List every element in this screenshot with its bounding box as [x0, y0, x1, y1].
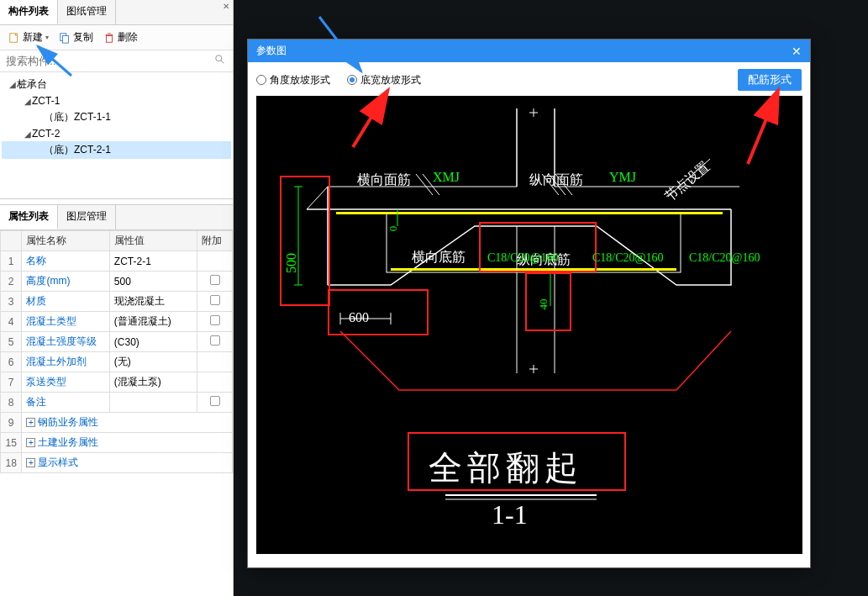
tree-zct1-1[interactable]: （底）ZCT-1-1 [2, 108, 231, 126]
tree-zct2-label: ZCT-2 [32, 128, 60, 140]
prop-header-idx [1, 231, 22, 251]
table-row[interactable]: 4混凝土类型(普通混凝土) [1, 312, 233, 332]
property-tabs: 属性列表 图层管理 [0, 204, 233, 230]
component-tree: ◢桩承台 ◢ZCT-1 （底）ZCT-1-1 ◢ZCT-2 （底）ZCT-2-1 [0, 72, 233, 198]
table-row[interactable]: 3材质现浇混凝土 [1, 292, 233, 312]
radio-icon [256, 75, 266, 85]
dim-40: 40 [537, 299, 550, 310]
search-row [0, 50, 233, 72]
dropdown-icon: ▾ [45, 34, 49, 41]
dim-500: 500 [284, 253, 299, 273]
table-row[interactable]: 18+显示样式 [1, 453, 233, 473]
group-label: 显示样式 [38, 456, 78, 468]
close-panel-icon[interactable]: ✕ [223, 2, 229, 11]
highlight-box [280, 176, 330, 306]
tree-root-label: 桩承台 [17, 77, 47, 92]
tab-component-list[interactable]: 构件列表 [0, 0, 58, 24]
svg-point-6 [216, 55, 222, 61]
left-panel: 构件列表 图纸管理 ✕ 新建 ▾ 复制 删除 [0, 0, 234, 596]
tree-zct2-1-label: （底）ZCT-2-1 [44, 143, 111, 157]
svg-line-15 [416, 174, 433, 195]
dialog-title: 参数图 [256, 44, 287, 58]
expand-icon[interactable]: + [26, 438, 35, 447]
tab-drawing-mgmt[interactable]: 图纸管理 [58, 0, 116, 24]
copy-label: 复制 [73, 30, 93, 45]
label-rebar3: C18/C20@160 [689, 251, 760, 265]
property-section: 属性列表 图层管理 属性名称 属性值 附加 1名称ZCT-2-1 2高度(mm)… [0, 204, 233, 473]
close-icon[interactable]: ✕ [792, 45, 802, 58]
prop-header-name: 属性名称 [22, 231, 109, 251]
radio-label: 角度放坡形式 [270, 73, 330, 87]
dim-600: 600 [349, 310, 369, 325]
highlight-box [328, 289, 429, 335]
table-row[interactable]: 6混凝土外加剂(无) [1, 352, 233, 372]
label-ymj: YMJ [609, 170, 636, 185]
group-label: 钢筋业务属性 [38, 416, 98, 428]
radio-bottom-width-slope[interactable]: 底宽放坡形式 [347, 73, 421, 87]
label-rebar2: C18/C20@160 [592, 251, 663, 265]
tab-layer-mgmt[interactable]: 图层管理 [58, 205, 116, 229]
prop-header-extra: 附加 [197, 231, 233, 251]
delete-label: 删除 [118, 30, 138, 45]
rebar-form-button[interactable]: 配筋形式 [738, 69, 802, 91]
dialog-titlebar[interactable]: 参数图 ✕ [248, 40, 810, 62]
table-row[interactable]: 7泵送类型(混凝土泵) [1, 372, 233, 393]
expand-icon[interactable]: + [26, 458, 35, 467]
svg-rect-21 [336, 212, 723, 214]
component-toolbar: 新建 ▾ 复制 删除 [0, 25, 233, 50]
copy-icon [59, 32, 71, 44]
dialog-body: 角度放坡形式 底宽放坡形式 配筋形式 [248, 62, 810, 567]
prop-header-val: 属性值 [109, 231, 197, 251]
table-row[interactable]: 5混凝土强度等级(C30) [1, 332, 233, 352]
table-row[interactable]: 8备注 [1, 393, 233, 413]
delete-button[interactable]: 删除 [100, 29, 141, 46]
tree-zct1-1-label: （底）ZCT-1-1 [44, 110, 111, 124]
copy-button[interactable]: 复制 [55, 29, 97, 46]
drawing-canvas[interactable]: 横向面筋 XMJ 纵向面筋 YMJ 节点设置 横向底筋 纵向底筋 C18/C20… [256, 96, 802, 554]
search-icon[interactable] [211, 54, 229, 68]
expand-icon[interactable]: + [26, 418, 35, 427]
component-list-section: 构件列表 图纸管理 ✕ 新建 ▾ 复制 删除 [0, 0, 233, 199]
tree-zct2-1[interactable]: （底）ZCT-2-1 [2, 141, 231, 159]
new-label: 新建 [23, 30, 43, 45]
property-table: 属性名称 属性值 附加 1名称ZCT-2-1 2高度(mm)500 3材质现浇混… [0, 230, 233, 473]
tab-property-list[interactable]: 属性列表 [0, 205, 58, 229]
tree-zct1[interactable]: ◢ZCT-1 [2, 93, 231, 108]
table-row[interactable]: 15+土建业务属性 [1, 433, 233, 453]
section-label: 1-1 [492, 499, 528, 530]
tree-zct2[interactable]: ◢ZCT-2 [2, 126, 231, 141]
new-button[interactable]: 新建 ▾ [5, 29, 52, 46]
label-xmj: XMJ [433, 170, 460, 185]
table-row[interactable]: 9+钢筋业务属性 [1, 413, 233, 433]
radio-label: 底宽放坡形式 [360, 73, 421, 87]
new-icon [8, 32, 20, 44]
svg-line-7 [221, 61, 224, 64]
dim-0: 0 [387, 226, 400, 232]
svg-rect-2 [62, 35, 68, 43]
search-input[interactable] [3, 52, 211, 70]
delete-icon [103, 32, 115, 44]
tree-zct1-label: ZCT-1 [32, 95, 60, 107]
label-rebar1: C18/C20@160 [487, 251, 558, 265]
table-row[interactable]: 2高度(mm)500 [1, 272, 233, 292]
radio-icon [347, 75, 357, 85]
label-hx-mj: 横向面筋 [357, 171, 411, 189]
svg-rect-3 [107, 35, 113, 42]
section-title-big: 全部翻起 [429, 445, 583, 491]
label-zx-mj: 纵向面筋 [529, 171, 583, 189]
tree-root[interactable]: ◢桩承台 [2, 76, 231, 93]
table-row[interactable]: 1名称ZCT-2-1 [1, 251, 233, 272]
label-hx-dj: 横向底筋 [412, 249, 466, 266]
param-dialog: 参数图 ✕ 角度放坡形式 底宽放坡形式 配筋形式 [247, 39, 811, 568]
radio-angle-slope[interactable]: 角度放坡形式 [256, 73, 330, 87]
group-label: 土建业务属性 [38, 436, 98, 448]
component-tabs: 构件列表 图纸管理 ✕ [0, 0, 233, 25]
radio-row: 角度放坡形式 底宽放坡形式 配筋形式 [256, 69, 802, 91]
